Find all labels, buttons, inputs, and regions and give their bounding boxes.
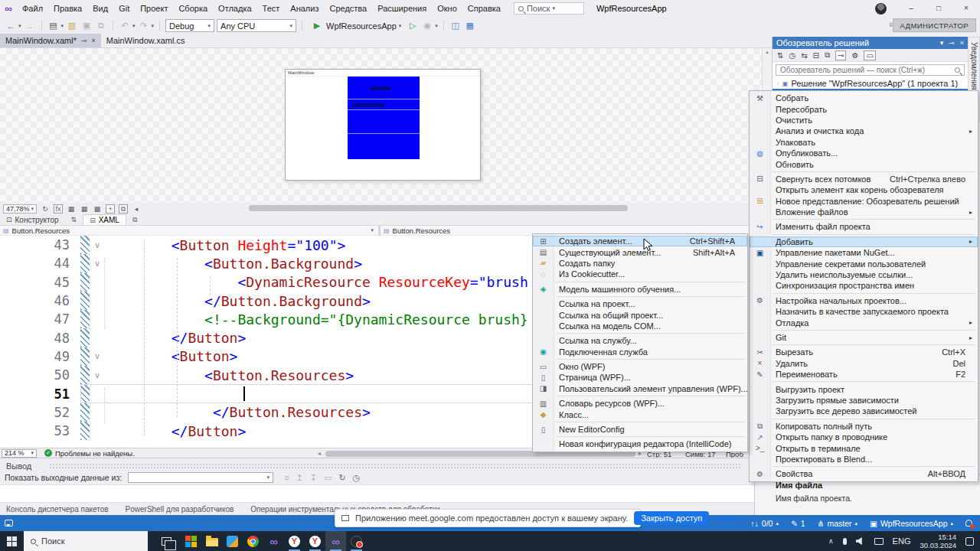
start-debugging-button[interactable]: ▶ WpfResourcesApp ▾: [308, 19, 404, 33]
menubar-item[interactable]: Тест: [257, 0, 286, 17]
panel-tab[interactable]: Консоль диспетчера пакетов: [6, 505, 109, 514]
menu-item[interactable]: Упаковать: [750, 137, 978, 148]
document-tab[interactable]: MainWindow.xaml.cs: [101, 34, 191, 47]
xaml-designer-surface[interactable]: MainWindow: [0, 48, 762, 203]
menu-item[interactable]: ⚙Настройка начальных проектов...: [750, 295, 978, 306]
show-grid-icon[interactable]: ▦: [67, 205, 76, 213]
avatar[interactable]: [875, 3, 887, 15]
menubar-item[interactable]: Сборка: [173, 0, 213, 17]
popout-pane-icon[interactable]: ⧉: [132, 216, 137, 224]
redo-icon[interactable]: ↷: [138, 21, 150, 31]
taskbar-item-yandex-1[interactable]: Y: [284, 531, 305, 551]
panel-drag-handle[interactable]: [49, 463, 742, 468]
preview-selected-icon[interactable]: ▭: [864, 51, 875, 60]
hidden-icons-chevron[interactable]: ∧: [828, 537, 834, 545]
pending-changes-button[interactable]: ✎ 1: [791, 519, 805, 528]
undo-icon[interactable]: ↶: [119, 21, 131, 31]
fold-collapse-icon[interactable]: ∨: [90, 240, 105, 250]
menu-item[interactable]: Новая конфигурация редактора (IntelliCod…: [533, 439, 747, 449]
tab-xaml[interactable]: ⊟ XAML: [83, 214, 126, 225]
menubar-item[interactable]: Git: [113, 0, 135, 17]
refresh-designer-icon[interactable]: ↻: [41, 205, 50, 213]
collapse-arrow-icon[interactable]: ◂: [132, 205, 141, 213]
menu-item[interactable]: ▭Окно (WPF): [533, 361, 747, 372]
menu-item[interactable]: Выгрузить проект: [750, 383, 978, 394]
git-branch-button[interactable]: ⋔ master ▴: [818, 519, 858, 528]
menu-item[interactable]: ⚒Собрать: [750, 93, 978, 103]
menu-item[interactable]: Управление секретами пользователей: [750, 258, 978, 269]
menu-item[interactable]: Удалить неиспользуемые ссылки...: [750, 269, 978, 280]
menubar-item[interactable]: Справка: [462, 0, 506, 17]
menu-item[interactable]: Проектировать в Blend...: [750, 454, 978, 465]
menu-item[interactable]: Обновить: [750, 158, 978, 169]
menu-item[interactable]: Добавить▸: [750, 236, 978, 247]
menu-item[interactable]: Ссылка на проект...: [533, 298, 747, 309]
scroll-left-icon[interactable]: ◂: [318, 450, 321, 457]
taskbar-item-visual-studio[interactable]: ∞: [263, 531, 284, 551]
menubar-item[interactable]: Файл: [17, 0, 48, 17]
hot-reload-icon[interactable]: ◉: [421, 21, 433, 31]
menubar-item[interactable]: Вид: [87, 0, 113, 17]
next-message-icon[interactable]: ↧: [310, 473, 317, 483]
breadcrumb[interactable]: ▤ Button.Resources: [381, 227, 450, 235]
task-view-icon[interactable]: [162, 537, 172, 546]
sync-selection-icon[interactable]: ⊸: [835, 51, 846, 60]
speaker-icon[interactable]: [856, 537, 865, 545]
minimize-button[interactable]: –: [897, 0, 925, 17]
start-button[interactable]: [7, 536, 17, 546]
clock[interactable]: 15:14 30.03.2024: [920, 533, 956, 549]
menu-item[interactable]: Синхронизация пространства имен: [750, 280, 978, 291]
solution-search-input[interactable]: Обозреватель решений — поиск (Ctrl+ж): [776, 64, 965, 76]
document-tab[interactable]: MainWindow.xaml*⊸×: [0, 34, 101, 47]
previous-message-icon[interactable]: ↥: [296, 473, 303, 483]
menubar-item[interactable]: Окно: [432, 0, 462, 17]
menubar-item[interactable]: Правка: [48, 0, 87, 17]
switch-views-icon[interactable]: ⇆: [801, 51, 807, 60]
panel-tab[interactable]: PowerShell для разработчиков: [126, 505, 234, 514]
menu-item[interactable]: Отладка▸: [750, 317, 978, 328]
menu-item[interactable]: Git▸: [750, 332, 978, 343]
action-center-icon[interactable]: [965, 537, 974, 546]
taskbar-item-yandex-2[interactable]: Y: [305, 531, 325, 551]
taskbar-item-recorder[interactable]: [346, 531, 367, 551]
properties-icon[interactable]: ⚙: [851, 51, 858, 60]
pin-icon[interactable]: ⊸: [81, 37, 87, 44]
menu-item[interactable]: ▣Управление пакетами NuGet...: [750, 247, 978, 258]
navigate-forward-icon[interactable]: →: [24, 21, 36, 31]
menu-item[interactable]: Очистить: [750, 115, 978, 126]
menubar-item[interactable]: Анализ: [285, 0, 324, 17]
menu-item[interactable]: ⧉Копировать полный путь: [750, 421, 978, 432]
restore-button[interactable]: □: [925, 0, 952, 17]
fold-collapse-icon[interactable]: ∨: [90, 351, 105, 361]
pending-changes-filter-icon[interactable]: ◷: [789, 51, 795, 60]
taskbar-item-photos[interactable]: [222, 531, 243, 551]
menu-item[interactable]: ◉Подключенная служба: [533, 347, 747, 357]
autoscroll-icon[interactable]: ◷: [353, 473, 361, 483]
menu-item[interactable]: Вложение файлов▸: [750, 207, 978, 217]
menu-item[interactable]: ◆Класс...: [533, 409, 747, 419]
scroll-up-icon[interactable]: ▴: [763, 48, 772, 56]
taskbar-item-explorer[interactable]: [201, 531, 222, 551]
menubar-item[interactable]: Средства: [324, 0, 372, 17]
show-all-files-icon[interactable]: ⧉: [825, 51, 830, 60]
fold-collapse-icon[interactable]: ∨: [90, 259, 105, 269]
zoom-fit-icon[interactable]: ⧉: [119, 204, 128, 214]
chevron-down-icon[interactable]: ▾: [371, 227, 374, 233]
designer-horizontal-scrollbar[interactable]: [249, 205, 628, 211]
breadcrumb[interactable]: ▤ Button.Resources ▾: [0, 227, 378, 235]
menu-item[interactable]: Загрузить прямые зависимости: [750, 395, 978, 406]
close-icon[interactable]: ×: [960, 39, 964, 47]
menu-item[interactable]: ▥Словарь ресурсов (WPF)...: [533, 398, 747, 409]
language-indicator[interactable]: ENG: [893, 536, 911, 546]
save-all-icon[interactable]: ⧉: [95, 21, 107, 31]
pin-icon[interactable]: ⊸: [949, 39, 955, 47]
menu-item[interactable]: ⚙СвойстваAlt+ВВОД: [750, 468, 978, 479]
collapse-all-icon[interactable]: ⊟: [813, 51, 819, 60]
menu-item[interactable]: Пересобрать: [750, 103, 978, 114]
configuration-dropdown[interactable]: Debug ▾: [165, 19, 214, 32]
menu-item[interactable]: ↪Изменить файл проекта: [750, 221, 978, 232]
close-icon[interactable]: ×: [91, 37, 95, 44]
swap-panes-icon[interactable]: ⇅: [71, 216, 77, 223]
taskbar-item-chrome[interactable]: [243, 531, 263, 551]
tab-designer[interactable]: ⊡ Конструктор: [0, 214, 65, 225]
